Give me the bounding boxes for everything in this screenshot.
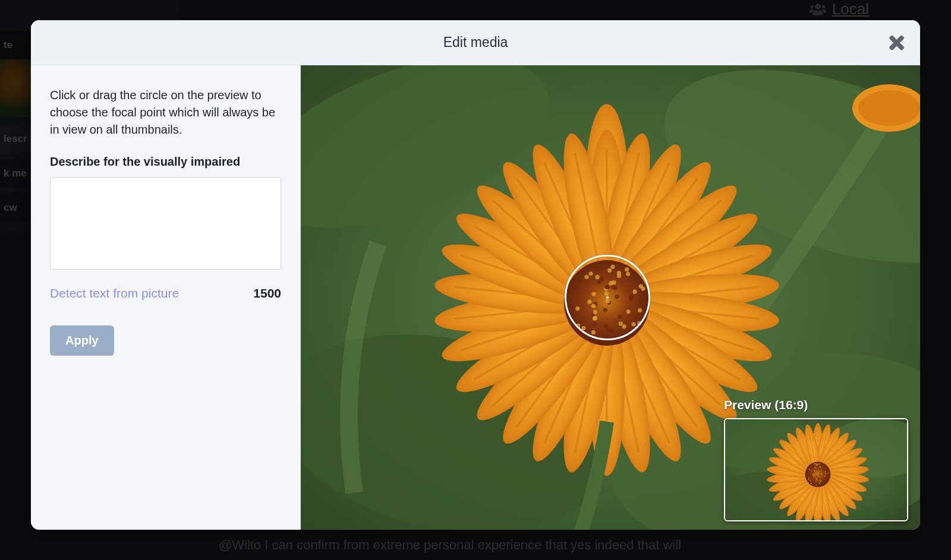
svg-point-199: [813, 476, 814, 477]
svg-point-238: [827, 476, 828, 477]
svg-point-88: [604, 324, 608, 328]
svg-point-253: [806, 474, 807, 476]
svg-point-117: [615, 295, 619, 299]
svg-point-105: [583, 331, 587, 335]
svg-point-200: [812, 472, 813, 473]
svg-point-237: [824, 476, 826, 477]
svg-point-211: [824, 469, 826, 470]
svg-point-125: [575, 277, 580, 281]
svg-point-81: [607, 268, 612, 273]
svg-point-194: [819, 482, 820, 483]
svg-point-95: [638, 299, 643, 303]
svg-point-242: [810, 469, 811, 470]
svg-point-127: [625, 267, 629, 271]
svg-point-94: [638, 308, 642, 312]
svg-point-71: [604, 292, 609, 296]
svg-point-198: [818, 469, 820, 470]
svg-point-116: [639, 284, 643, 288]
preview-thumbnail: [724, 418, 908, 521]
focal-instructions: Click or drag the circle on the preview …: [50, 87, 281, 138]
svg-point-87: [618, 315, 622, 319]
svg-point-86: [610, 329, 614, 333]
svg-point-224: [820, 480, 821, 482]
svg-point-96: [593, 317, 597, 321]
alt-text-input[interactable]: [50, 177, 281, 270]
svg-point-208: [814, 463, 815, 464]
svg-point-247: [812, 476, 813, 477]
svg-point-126: [603, 308, 607, 312]
modal-header: Edit media: [31, 20, 920, 65]
svg-point-221: [812, 473, 813, 474]
svg-point-107: [606, 299, 610, 303]
svg-point-217: [808, 479, 810, 480]
preview-label: Preview (16:9): [724, 398, 908, 412]
svg-point-109: [588, 271, 593, 276]
modal-overlay: Edit media Click or drag the circle on t…: [0, 0, 951, 560]
svg-point-6: [858, 90, 920, 126]
detect-text-link[interactable]: Detect text from picture: [50, 286, 179, 300]
svg-point-101: [631, 322, 635, 326]
svg-point-91: [611, 285, 615, 289]
svg-point-97: [592, 292, 596, 296]
below-textarea-row: Detect text from picture 1500: [50, 286, 281, 300]
svg-point-220: [808, 467, 810, 469]
svg-point-209: [827, 472, 829, 473]
svg-point-76: [584, 275, 588, 279]
svg-point-123: [619, 322, 623, 326]
svg-point-240: [808, 477, 810, 479]
svg-point-120: [591, 304, 596, 308]
svg-point-231: [819, 474, 820, 475]
svg-point-73: [587, 299, 591, 303]
svg-point-114: [637, 321, 641, 325]
svg-point-210: [823, 470, 824, 471]
svg-point-72: [591, 330, 596, 334]
svg-point-235: [824, 465, 825, 466]
svg-point-236: [818, 477, 819, 479]
svg-point-230: [813, 470, 814, 472]
modal-title: Edit media: [443, 34, 508, 50]
close-icon: [887, 33, 906, 52]
svg-point-110: [606, 285, 610, 289]
svg-point-113: [617, 271, 621, 275]
svg-point-241: [817, 479, 818, 480]
svg-point-252: [814, 484, 815, 485]
svg-point-74: [626, 309, 630, 314]
svg-point-111: [576, 324, 580, 328]
svg-point-206: [821, 465, 823, 466]
svg-point-203: [824, 480, 825, 481]
svg-point-207: [815, 485, 817, 486]
apply-button[interactable]: Apply: [50, 325, 114, 356]
svg-point-229: [813, 474, 814, 476]
svg-point-84: [575, 306, 580, 311]
svg-point-75: [626, 272, 630, 276]
svg-point-202: [809, 469, 810, 470]
svg-point-246: [820, 472, 821, 473]
svg-point-251: [814, 467, 815, 468]
svg-point-204: [815, 463, 817, 464]
svg-point-119: [606, 262, 610, 267]
svg-point-195: [817, 469, 818, 470]
alt-label: Describe for the visually impaired: [50, 155, 281, 169]
svg-point-222: [810, 479, 811, 480]
svg-point-121: [574, 286, 578, 290]
char-counter: 1500: [253, 286, 281, 300]
close-button[interactable]: [887, 33, 906, 52]
focal-point-picker[interactable]: Preview (16:9): [301, 65, 920, 530]
svg-point-223: [821, 481, 823, 482]
svg-point-93: [606, 328, 610, 333]
svg-point-216: [824, 471, 826, 472]
svg-point-115: [593, 322, 597, 326]
svg-point-244: [819, 479, 820, 480]
svg-point-193: [805, 462, 831, 488]
svg-point-250: [820, 466, 821, 467]
svg-point-245: [815, 482, 817, 483]
svg-point-227: [825, 473, 826, 474]
svg-point-128: [595, 275, 599, 279]
svg-point-103: [593, 310, 597, 314]
preview-block: Preview (16:9): [724, 398, 908, 521]
svg-point-248: [818, 463, 820, 464]
svg-point-219: [817, 464, 818, 465]
left-pane: Click or drag the circle on the preview …: [31, 65, 301, 530]
svg-point-70: [610, 265, 615, 269]
svg-point-243: [820, 473, 821, 474]
